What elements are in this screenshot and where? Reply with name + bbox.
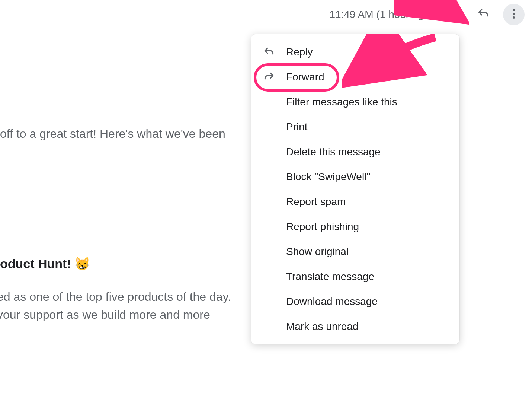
star-outline-icon	[446, 7, 459, 22]
menu-item-label: Block "SwipeWell"	[286, 171, 370, 183]
menu-item-label: Reply	[286, 46, 313, 58]
menu-item-label: Delete this message	[286, 146, 381, 158]
section-divider	[0, 181, 260, 181]
message-header-actions: 11:49 AM (1 hour ago)	[329, 4, 525, 25]
menu-item-report-spam[interactable]: Report spam	[251, 189, 459, 214]
reply-arrow-icon	[477, 7, 490, 22]
message-timestamp: 11:49 AM (1 hour ago)	[329, 9, 433, 20]
menu-item-label: Mark as unread	[286, 321, 359, 332]
menu-item-download[interactable]: Download message	[251, 289, 459, 314]
menu-item-report-phishing[interactable]: Report phishing	[251, 214, 459, 239]
menu-item-label: Forward	[286, 71, 324, 83]
menu-item-mark-unread[interactable]: Mark as unread	[251, 314, 459, 339]
kebab-menu-icon	[507, 7, 520, 22]
menu-item-label: Report phishing	[286, 221, 359, 233]
menu-item-show-original[interactable]: Show original	[251, 239, 459, 264]
svg-point-0	[513, 9, 515, 11]
menu-item-label: Filter messages like this	[286, 96, 397, 108]
menu-item-label: Print	[286, 121, 308, 133]
menu-item-label: Translate message	[286, 271, 374, 283]
star-button[interactable]	[442, 4, 464, 25]
menu-item-forward[interactable]: Forward	[251, 64, 459, 89]
menu-item-label: Report spam	[286, 196, 346, 208]
menu-item-filter[interactable]: Filter messages like this	[251, 89, 459, 114]
svg-point-1	[513, 13, 515, 15]
reply-arrow-icon	[262, 45, 276, 59]
email-heading: oduct Hunt! 😸	[0, 255, 90, 273]
message-options-menu: Reply Forward Filter messages like this …	[251, 34, 459, 344]
menu-item-print[interactable]: Print	[251, 114, 459, 139]
email-body-line: your support as we build more and more	[0, 306, 210, 323]
svg-point-2	[513, 16, 515, 19]
more-options-button[interactable]	[503, 4, 525, 25]
reply-button[interactable]	[472, 4, 494, 25]
menu-item-label: Download message	[286, 296, 378, 308]
menu-item-label: Show original	[286, 246, 349, 258]
menu-item-delete[interactable]: Delete this message	[251, 139, 459, 164]
menu-item-block[interactable]: Block "SwipeWell"	[251, 164, 459, 189]
menu-item-reply[interactable]: Reply	[251, 39, 459, 64]
email-body-line: ed as one of the top five products of th…	[0, 288, 231, 305]
menu-item-translate[interactable]: Translate message	[251, 264, 459, 289]
email-body-line: off to a great start! Here's what we've …	[0, 125, 225, 142]
forward-arrow-icon	[262, 70, 276, 84]
